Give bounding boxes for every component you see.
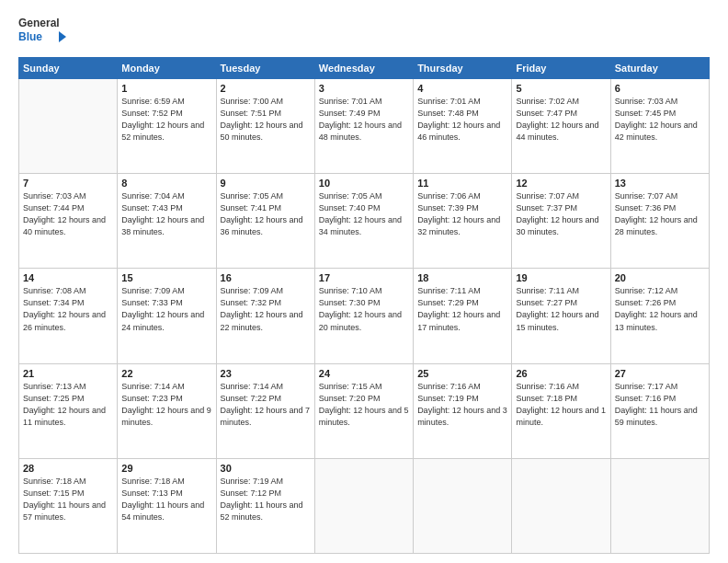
day-number: 17: [319, 272, 409, 283]
svg-marker-2: [59, 31, 66, 42]
day-number: 4: [417, 83, 507, 94]
calendar-cell: [19, 79, 118, 174]
day-number: 28: [23, 463, 113, 474]
day-number: 5: [516, 83, 606, 94]
day-info: Sunrise: 7:00 AMSunset: 7:51 PMDaylight:…: [221, 96, 311, 144]
calendar-cell: 19Sunrise: 7:11 AMSunset: 7:27 PMDayligh…: [512, 269, 610, 363]
calendar-cell: 20Sunrise: 7:12 AMSunset: 7:26 PMDayligh…: [610, 269, 709, 363]
day-number: 7: [23, 178, 113, 189]
weekday-header-friday: Friday: [512, 58, 610, 79]
day-info: Sunrise: 7:01 AMSunset: 7:48 PMDaylight:…: [417, 96, 507, 144]
calendar-cell: [512, 458, 610, 553]
weekday-header-wednesday: Wednesday: [314, 58, 413, 79]
day-number: 27: [615, 368, 705, 379]
page: General Blue SundayMondayTuesdayWednesda…: [0, 0, 728, 563]
day-info: Sunrise: 7:11 AMSunset: 7:29 PMDaylight:…: [417, 285, 507, 333]
week-row-1: 7Sunrise: 7:03 AMSunset: 7:44 PMDaylight…: [19, 174, 710, 269]
calendar-cell: 1Sunrise: 6:59 AMSunset: 7:52 PMDaylight…: [118, 79, 216, 174]
calendar-cell: 25Sunrise: 7:16 AMSunset: 7:19 PMDayligh…: [414, 363, 512, 458]
weekday-header-saturday: Saturday: [610, 58, 709, 79]
day-info: Sunrise: 7:18 AMSunset: 7:13 PMDaylight:…: [121, 476, 211, 523]
day-number: 9: [221, 178, 311, 189]
day-info: Sunrise: 7:05 AMSunset: 7:41 PMDaylight:…: [221, 190, 311, 238]
calendar-cell: 13Sunrise: 7:07 AMSunset: 7:36 PMDayligh…: [610, 174, 709, 269]
day-number: 25: [417, 368, 507, 379]
calendar-cell: 5Sunrise: 7:02 AMSunset: 7:47 PMDaylight…: [512, 79, 610, 174]
calendar-cell: [414, 458, 512, 553]
svg-text:Blue: Blue: [18, 30, 42, 43]
day-info: Sunrise: 7:07 AMSunset: 7:36 PMDaylight:…: [615, 190, 705, 238]
calendar-cell: 9Sunrise: 7:05 AMSunset: 7:41 PMDaylight…: [216, 174, 314, 269]
calendar-cell: [610, 458, 709, 553]
calendar-cell: 24Sunrise: 7:15 AMSunset: 7:20 PMDayligh…: [314, 363, 413, 458]
week-row-0: 1Sunrise: 6:59 AMSunset: 7:52 PMDaylight…: [19, 79, 710, 174]
day-info: Sunrise: 7:14 AMSunset: 7:22 PMDaylight:…: [221, 381, 311, 429]
day-number: 1: [121, 83, 211, 94]
week-row-2: 14Sunrise: 7:08 AMSunset: 7:34 PMDayligh…: [19, 269, 710, 363]
calendar-cell: 4Sunrise: 7:01 AMSunset: 7:48 PMDaylight…: [414, 79, 512, 174]
day-number: 6: [615, 83, 705, 94]
svg-text:General: General: [18, 17, 60, 29]
day-number: 26: [516, 368, 606, 379]
day-number: 20: [615, 272, 705, 283]
day-info: Sunrise: 7:13 AMSunset: 7:25 PMDaylight:…: [23, 381, 113, 429]
day-number: 18: [417, 272, 507, 283]
day-info: Sunrise: 7:02 AMSunset: 7:47 PMDaylight:…: [516, 96, 606, 144]
calendar-cell: 21Sunrise: 7:13 AMSunset: 7:25 PMDayligh…: [19, 363, 118, 458]
day-number: 22: [121, 368, 211, 379]
day-number: 3: [319, 83, 409, 94]
calendar-cell: 3Sunrise: 7:01 AMSunset: 7:49 PMDaylight…: [314, 79, 413, 174]
calendar-cell: 22Sunrise: 7:14 AMSunset: 7:23 PMDayligh…: [118, 363, 216, 458]
day-number: 29: [121, 463, 211, 474]
day-number: 21: [23, 368, 113, 379]
calendar-cell: 14Sunrise: 7:08 AMSunset: 7:34 PMDayligh…: [19, 269, 118, 363]
weekday-header-sunday: Sunday: [19, 58, 118, 79]
day-info: Sunrise: 7:10 AMSunset: 7:30 PMDaylight:…: [319, 285, 409, 333]
calendar-cell: 2Sunrise: 7:00 AMSunset: 7:51 PMDaylight…: [216, 79, 314, 174]
logo: General Blue: [18, 15, 69, 48]
day-info: Sunrise: 6:59 AMSunset: 7:52 PMDaylight:…: [121, 96, 211, 144]
weekday-header-row: SundayMondayTuesdayWednesdayThursdayFrid…: [19, 58, 710, 79]
day-number: 8: [121, 178, 211, 189]
calendar-cell: 11Sunrise: 7:06 AMSunset: 7:39 PMDayligh…: [414, 174, 512, 269]
weekday-header-tuesday: Tuesday: [216, 58, 314, 79]
calendar-table: SundayMondayTuesdayWednesdayThursdayFrid…: [18, 57, 710, 554]
calendar-cell: 16Sunrise: 7:09 AMSunset: 7:32 PMDayligh…: [216, 269, 314, 363]
calendar-cell: 23Sunrise: 7:14 AMSunset: 7:22 PMDayligh…: [216, 363, 314, 458]
day-number: 11: [417, 178, 507, 189]
day-info: Sunrise: 7:15 AMSunset: 7:20 PMDaylight:…: [319, 381, 409, 429]
calendar-cell: 10Sunrise: 7:05 AMSunset: 7:40 PMDayligh…: [314, 174, 413, 269]
day-info: Sunrise: 7:12 AMSunset: 7:26 PMDaylight:…: [615, 285, 705, 333]
day-number: 2: [221, 83, 311, 94]
logo-svg: General Blue: [18, 15, 69, 48]
calendar-cell: 26Sunrise: 7:16 AMSunset: 7:18 PMDayligh…: [512, 363, 610, 458]
day-number: 24: [319, 368, 409, 379]
calendar-cell: 29Sunrise: 7:18 AMSunset: 7:13 PMDayligh…: [118, 458, 216, 553]
calendar-cell: 12Sunrise: 7:07 AMSunset: 7:37 PMDayligh…: [512, 174, 610, 269]
day-number: 16: [221, 272, 311, 283]
calendar-cell: 27Sunrise: 7:17 AMSunset: 7:16 PMDayligh…: [610, 363, 709, 458]
day-info: Sunrise: 7:03 AMSunset: 7:45 PMDaylight:…: [615, 96, 705, 144]
day-info: Sunrise: 7:03 AMSunset: 7:44 PMDaylight:…: [23, 190, 113, 238]
week-row-3: 21Sunrise: 7:13 AMSunset: 7:25 PMDayligh…: [19, 363, 710, 458]
day-info: Sunrise: 7:16 AMSunset: 7:18 PMDaylight:…: [516, 381, 606, 429]
day-info: Sunrise: 7:06 AMSunset: 7:39 PMDaylight:…: [417, 190, 507, 238]
day-info: Sunrise: 7:14 AMSunset: 7:23 PMDaylight:…: [121, 381, 211, 429]
day-number: 19: [516, 272, 606, 283]
calendar-cell: 17Sunrise: 7:10 AMSunset: 7:30 PMDayligh…: [314, 269, 413, 363]
day-info: Sunrise: 7:07 AMSunset: 7:37 PMDaylight:…: [516, 190, 606, 238]
day-number: 15: [121, 272, 211, 283]
calendar-cell: 8Sunrise: 7:04 AMSunset: 7:43 PMDaylight…: [118, 174, 216, 269]
calendar-cell: 30Sunrise: 7:19 AMSunset: 7:12 PMDayligh…: [216, 458, 314, 553]
day-info: Sunrise: 7:09 AMSunset: 7:33 PMDaylight:…: [121, 285, 211, 333]
day-number: 13: [615, 178, 705, 189]
day-number: 10: [319, 178, 409, 189]
calendar-cell: 15Sunrise: 7:09 AMSunset: 7:33 PMDayligh…: [118, 269, 216, 363]
day-info: Sunrise: 7:04 AMSunset: 7:43 PMDaylight:…: [121, 190, 211, 238]
day-number: 30: [221, 463, 311, 474]
day-info: Sunrise: 7:18 AMSunset: 7:15 PMDaylight:…: [23, 476, 113, 523]
day-info: Sunrise: 7:16 AMSunset: 7:19 PMDaylight:…: [417, 381, 507, 429]
header: General Blue: [18, 15, 710, 48]
weekday-header-monday: Monday: [118, 58, 216, 79]
day-info: Sunrise: 7:09 AMSunset: 7:32 PMDaylight:…: [221, 285, 311, 333]
